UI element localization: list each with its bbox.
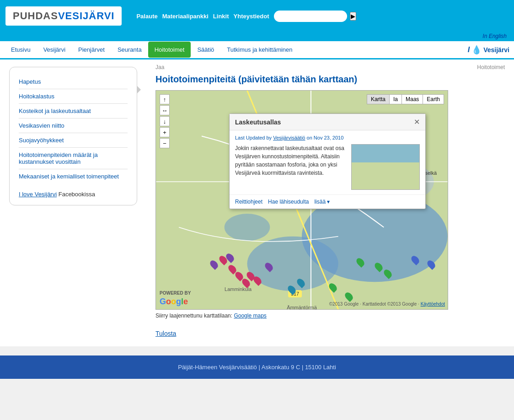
list-item: Hoitokalastus: [19, 89, 128, 104]
search-input[interactable]: [274, 11, 347, 22]
print-button[interactable]: Tulosta: [155, 330, 176, 337]
nav-pienjarvet[interactable]: Pienjärvet: [72, 42, 111, 58]
list-item: Mekaaniset ja kemialliset toimenpiteet: [19, 169, 128, 183]
sidebar-vesikasvien[interactable]: Vesikasvien niitto: [19, 122, 64, 129]
main-nav: Etusivu Vesijärvi Pienjärvet Seuranta Ho…: [0, 41, 514, 59]
map-link-prefix: Siirry laajennettunu karttatilaan:: [155, 312, 234, 319]
sidebar-suojavyohykkeet[interactable]: Suojavyöhykkeet: [19, 137, 64, 144]
google-logo: POWERED BY Google: [160, 287, 191, 307]
breadcrumb-jaa[interactable]: Jaa: [155, 64, 164, 70]
header: PUHDASVESIJÄRVI Palaute Materiaalipankki…: [0, 0, 514, 32]
map-controls: ↑ ↔ ↓ + −: [160, 94, 170, 148]
terms-link[interactable]: Käyttöehdot: [421, 302, 445, 307]
logo-vesi: VESI: [58, 10, 83, 22]
logo-puhdas: PUHDAS: [13, 10, 58, 22]
popup-updated: Last Updated by Vesijärvisäätiö on Nov 2…: [235, 135, 420, 140]
list-item: Suojavyöhykkeet: [19, 133, 128, 148]
vesjarvi-badge-label: Vesijärvi: [483, 46, 509, 54]
google-maps-link[interactable]: Google maps: [234, 312, 266, 319]
pan-up-button[interactable]: ↑: [160, 94, 170, 104]
sidebar-hoitokalastus[interactable]: Hoitokalastus: [19, 93, 54, 100]
map-type-bar: Kartta Ia Maas Earth: [367, 94, 444, 104]
updated-prefix: Last Updated by: [235, 135, 273, 140]
print-area: Tulosta: [155, 330, 505, 337]
nav-tutkimus[interactable]: Tutkimus ja kehittäminen: [220, 42, 299, 58]
nav-yhteystiedot[interactable]: Yhteystiedot: [234, 13, 269, 20]
english-bar: In English: [0, 32, 514, 41]
logo-jarvi: JÄRVI: [83, 10, 114, 22]
sidebar-hoitotoimenpiteiden[interactable]: Hoitotoimenpiteiden määrät ja kustannuks…: [19, 151, 98, 165]
facebook-suffix: Facebookissa: [57, 191, 95, 198]
vesjarvi-icon: I: [468, 46, 470, 54]
map-type-kartta[interactable]: Kartta: [367, 95, 390, 104]
main-content: Jaa Hoitotoimet Hoitotoimenpiteitä (päiv…: [146, 59, 514, 346]
sidebar-box: Hapetus Hoitokalastus Kosteikot ja laske…: [9, 67, 137, 205]
svg-text:Ämmäntörmä: Ämmäntörmä: [287, 305, 317, 309]
footer: Päijät-Hämeen Vesijärvisäätiö | Askonkat…: [0, 355, 514, 379]
sidebar: Hapetus Hoitokalastus Kosteikot ja laske…: [0, 59, 146, 346]
svg-point-3: [225, 214, 270, 241]
breadcrumb-current: Hoitotoimet: [477, 64, 505, 70]
google-logo-o1: o: [166, 297, 171, 306]
popup-header: Laskeutusallas ✕: [230, 114, 425, 130]
zoom-in-button[interactable]: +: [160, 127, 170, 137]
popup-title: Laskeutusallas: [235, 118, 281, 126]
map-popup: Laskeutusallas ✕ Last Updated by Vesijär…: [229, 113, 426, 209]
nav-hoitotoimet[interactable]: Hoitotoimet: [148, 42, 191, 58]
popup-body: Last Updated by Vesijärvisäätiö on Nov 2…: [230, 130, 425, 194]
footer-text: Päijät-Hämeen Vesijärvisäätiö | Askonkat…: [178, 364, 336, 371]
list-item: Vesikasvien niitto: [19, 118, 128, 133]
nav-materiaalipankki[interactable]: Materiaalipankki: [162, 13, 209, 20]
list-item: Hapetus: [19, 75, 128, 89]
sidebar-hapetus[interactable]: Hapetus: [19, 78, 41, 85]
nav-palaute[interactable]: Palaute: [136, 13, 157, 20]
search-button[interactable]: ▶: [350, 12, 356, 21]
popup-lahiseudulta[interactable]: Hae lähiseudulta: [268, 199, 309, 205]
zoom-out-button[interactable]: −: [160, 138, 170, 148]
popup-close-button[interactable]: ✕: [414, 118, 420, 126]
map-link: Siirry laajennettunu karttatilaan: Googl…: [155, 312, 505, 319]
nav-etusivu[interactable]: Etusivu: [5, 42, 37, 58]
vesjarvi-badge: I 💧 Vesijärvi: [468, 45, 509, 55]
map-type-maas[interactable]: Maas: [402, 95, 423, 104]
popup-footer: Reittiohjeet Hae lähiseudulta lisää ▾: [230, 194, 425, 209]
popup-reittiohjeet[interactable]: Reittiohjeet: [235, 199, 262, 205]
popup-image: [351, 144, 420, 190]
map-area[interactable]: 24 317 Asikkalanselkä Lamminkula Kurkkij…: [155, 90, 448, 310]
list-item: Hoitotoimenpiteiden määrät ja kustannuks…: [19, 148, 128, 169]
updated-suffix: on Nov 23, 2010: [305, 135, 344, 140]
pan-down-button[interactable]: ↓: [160, 116, 170, 126]
sidebar-facebook: I love Vesijärvi Facebookissa: [19, 191, 128, 198]
popup-text: Jokiin rakennettavat laskeutusaltaat ova…: [235, 144, 347, 185]
map-type-ia[interactable]: Ia: [390, 95, 402, 104]
updated-author-link[interactable]: Vesijärvisäätiö: [273, 135, 305, 140]
google-logo-g2: g: [176, 297, 181, 306]
map-copyright: ©2013 Google · Karttatiedot ©2013 Google…: [329, 302, 445, 307]
map-type-earth[interactable]: Earth: [423, 95, 444, 104]
google-logo-o2: o: [171, 297, 176, 306]
water-drop-icon: 💧: [471, 45, 482, 55]
english-link[interactable]: In English: [482, 33, 507, 39]
list-item: Kosteikot ja laskeutusaltaat: [19, 104, 128, 118]
search-bar: ▶: [274, 11, 356, 22]
page-title: Hoitotoimenpiteitä (päivitetään tähän ka…: [155, 74, 505, 85]
facebook-link[interactable]: I love Vesijärvi: [19, 191, 57, 198]
sidebar-mekaaniset[interactable]: Mekaaniset ja kemialliset toimenpiteet: [19, 173, 119, 180]
sidebar-menu: Hapetus Hoitokalastus Kosteikot ja laske…: [19, 75, 128, 183]
copyright-text: ©2013 Google · Karttatiedot ©2013 Google…: [329, 302, 421, 307]
pan-leftright-button[interactable]: ↔: [160, 105, 170, 115]
logo: PUHDASVESIJÄRVI: [5, 6, 122, 26]
header-nav: Palaute Materiaalipankki Linkit Yhteysti…: [136, 13, 269, 20]
google-logo-g: G: [160, 297, 166, 306]
nav-saatio[interactable]: Säätiö: [191, 42, 220, 58]
popup-lisaa[interactable]: lisää ▾: [314, 199, 330, 205]
content-wrapper: Hapetus Hoitokalastus Kosteikot ja laske…: [0, 59, 514, 346]
sidebar-kosteikot[interactable]: Kosteikot ja laskeutusaltaat: [19, 108, 91, 114]
nav-linkit[interactable]: Linkit: [213, 13, 229, 20]
nav-seuranta[interactable]: Seuranta: [111, 42, 148, 58]
breadcrumb: Jaa Hoitotoimet: [155, 64, 505, 70]
nav-vesijarvi[interactable]: Vesijärvi: [37, 42, 72, 58]
google-logo-e: e: [183, 297, 188, 306]
